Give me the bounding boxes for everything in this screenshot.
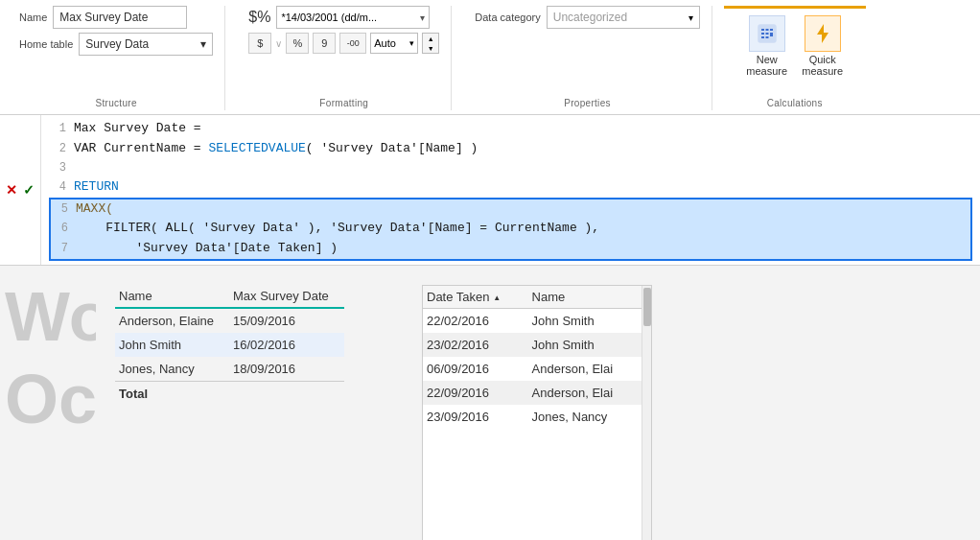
format-dropdown[interactable]: *14/03/2001 (dd/m... bbox=[276, 6, 430, 29]
right-table: Date Taken ▲ Name 22/02/2016John Smith23… bbox=[423, 286, 642, 429]
data-category-value: Uncategorized bbox=[553, 11, 627, 24]
total-value bbox=[229, 381, 344, 406]
auto-select[interactable]: Auto bbox=[370, 33, 418, 54]
code-line: 1Max Survey Date = bbox=[49, 119, 972, 139]
code-token: = CurrentName ), bbox=[472, 219, 599, 239]
name-cell: John Smith bbox=[115, 333, 229, 357]
date-cell: 22/02/2016 bbox=[423, 308, 528, 333]
dollar-currency-icon: $% bbox=[248, 9, 270, 26]
ribbon-group-formatting: $% *14/03/2001 (dd/m... $ ∨ % 9 -00 Auto bbox=[237, 6, 452, 110]
code-line: 7 'Survey Data'[Date Taken] ) bbox=[49, 239, 972, 261]
props-section: Data category Uncategorized bbox=[475, 6, 699, 29]
table-row: 22/09/2016Anderson, Elai bbox=[423, 381, 642, 405]
scrollbar[interactable] bbox=[642, 286, 651, 540]
home-table-chevron: ▾ bbox=[200, 37, 206, 51]
svg-rect-3 bbox=[770, 29, 773, 31]
format-section: $% *14/03/2001 (dd/m... $ ∨ % 9 -00 Auto bbox=[248, 6, 439, 54]
home-table-select[interactable]: Survey Data ▾ bbox=[79, 33, 213, 56]
name-field-row: Name bbox=[19, 6, 187, 29]
code-line: 2VAR CurrentName = SELECTEDVALUE( 'Surve… bbox=[49, 139, 972, 159]
confirm-button[interactable]: ✓ bbox=[23, 182, 35, 198]
format-separator1: ∨ bbox=[275, 38, 282, 49]
name-cell: Anderson, Elai bbox=[528, 381, 642, 405]
properties-label: Properties bbox=[564, 98, 611, 110]
code-token: ) bbox=[322, 239, 338, 259]
ribbon-group-calculations: New measure Quick measure Calculations bbox=[724, 6, 866, 110]
line-number: 6 bbox=[51, 220, 68, 238]
main-content: Wo Oc Name Max Survey Date Anderson, Ela… bbox=[0, 266, 980, 540]
right-col1-header: Date Taken ▲ bbox=[423, 286, 528, 309]
spinner[interactable]: ▲ ▼ bbox=[422, 33, 439, 54]
name-input[interactable] bbox=[53, 6, 187, 29]
svg-rect-1 bbox=[761, 29, 764, 31]
date-cell: 18/09/2016 bbox=[229, 357, 344, 382]
svg-rect-6 bbox=[770, 33, 773, 36]
ribbon-group-structure: Name Home table Survey Data ▾ Structure bbox=[8, 6, 225, 110]
date-cell: 22/09/2016 bbox=[423, 381, 528, 405]
code-token: ( 'Survey Data' bbox=[306, 139, 418, 159]
calculator-icon bbox=[756, 22, 779, 45]
date-cell: 23/02/2016 bbox=[423, 333, 528, 357]
data-category-row: Data category Uncategorized bbox=[475, 6, 699, 29]
table-row: 23/09/2016Jones, Nancy bbox=[423, 405, 642, 429]
formula-bar: ✕ ✓ 1Max Survey Date =2VAR CurrentName =… bbox=[0, 115, 980, 266]
new-measure-label: New measure bbox=[746, 54, 787, 77]
left-table-wrap: Name Max Survey Date Anderson, Elaine15/… bbox=[115, 285, 384, 540]
line-number: 2 bbox=[49, 140, 66, 158]
table-row: 23/02/2016John Smith bbox=[423, 333, 642, 357]
code-token: FILTER( ALL( 'Survey Data' ), 'Survey Da… bbox=[76, 219, 428, 239]
line-number: 1 bbox=[49, 120, 66, 138]
line-number: 7 bbox=[51, 240, 68, 258]
auto-label: Auto bbox=[374, 37, 396, 49]
table-row: Jones, Nancy18/09/2016 bbox=[115, 357, 344, 382]
right-col2-header: Name bbox=[528, 286, 642, 309]
line-number: 3 bbox=[49, 159, 66, 177]
name-label: Name bbox=[19, 12, 47, 23]
code-token: RETURN bbox=[74, 177, 119, 198]
quick-measure-icon bbox=[805, 15, 841, 52]
table-row-total: Total bbox=[115, 381, 344, 406]
svg-rect-8 bbox=[765, 36, 768, 38]
date-cell: 23/09/2016 bbox=[423, 405, 528, 429]
comma-btn[interactable]: 9 bbox=[313, 33, 336, 54]
code-token: MAXX( bbox=[76, 200, 113, 220]
format-bottom-row: $ ∨ % 9 -00 Auto ▲ ▼ bbox=[248, 33, 439, 54]
calc-section: New measure Quick measure bbox=[735, 12, 854, 81]
dollar-btn[interactable]: $ bbox=[248, 33, 271, 54]
cancel-button[interactable]: ✕ bbox=[6, 182, 17, 198]
total-label: Total bbox=[115, 381, 229, 406]
left-col2-header: Max Survey Date bbox=[229, 285, 344, 308]
decrease-decimal-btn[interactable]: -00 bbox=[339, 33, 366, 54]
home-table-label: Home table bbox=[19, 38, 73, 50]
new-measure-button[interactable]: New measure bbox=[743, 15, 791, 77]
new-measure-icon bbox=[749, 15, 785, 52]
code-editor[interactable]: 1Max Survey Date =2VAR CurrentName = SEL… bbox=[41, 115, 980, 265]
date-cell: 15/09/2016 bbox=[229, 308, 344, 333]
sort-icon: ▲ bbox=[493, 293, 501, 302]
code-token: [Date Taken] bbox=[233, 239, 323, 259]
code-line: 6 FILTER( ALL( 'Survey Data' ), 'Survey … bbox=[49, 219, 972, 239]
spinner-up[interactable]: ▲ bbox=[423, 34, 438, 43]
name-cell: Jones, Nancy bbox=[115, 357, 229, 382]
spinner-down[interactable]: ▼ bbox=[423, 43, 438, 53]
percent-btn[interactable]: % bbox=[286, 33, 309, 54]
ribbon-group-properties: Data category Uncategorized Properties bbox=[463, 6, 712, 110]
name-cell: John Smith bbox=[528, 308, 642, 333]
date-cell: 16/02/2016 bbox=[229, 333, 344, 357]
quick-measure-label: Quick measure bbox=[802, 54, 843, 77]
data-category-select[interactable]: Uncategorized bbox=[547, 6, 700, 29]
format-top-row: $% *14/03/2001 (dd/m... bbox=[248, 6, 439, 29]
table-row: 06/09/2016Anderson, Elai bbox=[423, 357, 642, 381]
date-cell: 06/09/2016 bbox=[423, 357, 528, 381]
svg-rect-2 bbox=[765, 29, 768, 31]
quick-measure-button[interactable]: Quick measure bbox=[799, 15, 847, 77]
left-table: Name Max Survey Date Anderson, Elaine15/… bbox=[115, 285, 344, 406]
code-token: 'Survey Data' bbox=[76, 239, 233, 259]
table-row: Anderson, Elaine15/09/2016 bbox=[115, 308, 344, 333]
formula-controls: ✕ ✓ bbox=[0, 115, 41, 265]
code-token: ) bbox=[463, 139, 478, 159]
lightning-icon bbox=[811, 22, 834, 45]
name-cell: Anderson, Elaine bbox=[115, 308, 229, 333]
data-category-label: Data category bbox=[475, 12, 540, 23]
table-row: 22/02/2016John Smith bbox=[423, 308, 642, 333]
